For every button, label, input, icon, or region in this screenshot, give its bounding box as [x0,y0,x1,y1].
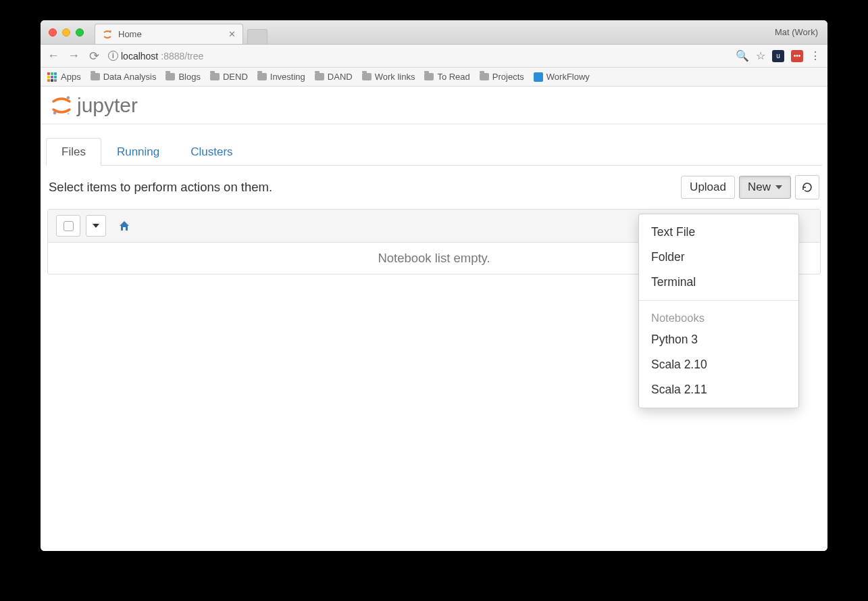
workflowy-icon [534,72,543,82]
svg-point-1 [67,96,70,99]
caret-down-icon [775,185,782,189]
menu-item-kernel[interactable]: Python 3 [639,327,798,352]
folder-icon [257,73,267,80]
folder-icon [424,73,434,80]
menu-item-folder[interactable]: Folder [639,245,798,270]
bookmark-star-icon[interactable]: ☆ [756,49,765,62]
tab-running[interactable]: Running [101,138,175,166]
home-icon [118,220,130,232]
refresh-button[interactable] [795,175,819,199]
maximize-window-button[interactable] [76,28,84,37]
new-dropdown-button[interactable]: New [739,176,791,199]
window-titlebar: Home ✕ Mat (Work) [41,20,827,45]
jupyter-logo-icon [50,94,73,117]
extension-ublock-icon[interactable]: u [772,50,784,62]
browser-window: Home ✕ Mat (Work) ← → ⟳ i localhost:8888… [41,20,827,551]
bookmark-folder[interactable]: Data Analysis [91,72,157,82]
reload-button[interactable]: ⟳ [88,49,100,64]
folder-icon [91,73,100,80]
browser-tab-active[interactable]: Home ✕ [95,24,243,44]
checkbox-icon [63,221,74,231]
url-host: localhost [121,51,158,62]
url-path: :8888/tree [161,51,203,62]
menu-item-kernel[interactable]: Scala 2.10 [639,352,798,377]
menu-header-notebooks: Notebooks [639,306,798,327]
extension-lastpass-icon[interactable]: ••• [791,50,803,62]
close-window-button[interactable] [49,28,57,37]
site-info-icon[interactable]: i [108,51,118,61]
action-hint-text: Select items to perform actions on them. [49,180,272,195]
browser-tab-title: Home [118,29,223,39]
back-button[interactable]: ← [47,49,59,63]
bookmark-folder[interactable]: Blogs [165,72,201,82]
new-tab-button[interactable] [247,29,267,44]
bookmark-folder[interactable]: To Read [424,72,469,82]
apps-label: Apps [61,72,81,82]
svg-point-2 [53,111,57,114]
folder-icon [165,73,175,80]
new-dropdown-menu: Text File Folder Terminal Notebooks Pyth… [638,214,799,408]
zoom-icon[interactable]: 🔍 [736,49,749,62]
browser-tab-strip: Home ✕ [95,20,267,44]
jupyter-tab-row: Files Running Clusters [46,124,822,166]
menu-item-terminal[interactable]: Terminal [639,270,798,295]
tab-clusters[interactable]: Clusters [175,138,248,166]
bookmark-folder[interactable]: DEND [210,72,248,82]
svg-point-3 [68,112,70,114]
apps-grid-icon [47,72,57,82]
traffic-lights [49,28,84,37]
breadcrumb-home[interactable] [118,220,130,232]
refresh-icon [801,181,813,193]
svg-point-0 [109,30,111,32]
address-bar[interactable]: i localhost:8888/tree [108,51,722,62]
forward-button[interactable]: → [68,49,80,63]
folder-icon [315,73,324,80]
caret-down-icon [93,224,99,228]
close-tab-button[interactable]: ✕ [228,29,236,39]
bookmark-folder[interactable]: DAND [315,72,353,82]
menu-item-kernel[interactable]: Scala 2.11 [639,377,798,402]
jupyter-logo-text: jupyter [77,94,138,117]
select-all-checkbox[interactable] [56,215,80,237]
action-toolbar: Select items to perform actions on them.… [46,166,822,206]
folder-icon [480,73,489,80]
upload-button[interactable]: Upload [681,176,735,199]
jupyter-header: jupyter [41,87,827,124]
folder-icon [362,73,372,80]
tab-files[interactable]: Files [46,138,101,166]
menu-item-text-file[interactable]: Text File [639,220,798,245]
folder-icon [210,73,220,80]
menu-divider [639,300,798,301]
jupyter-logo[interactable]: jupyter [50,94,138,117]
page-content: jupyter Files Running Clusters Select it… [41,87,827,551]
browser-menu-button[interactable]: ⋮ [810,49,821,62]
browser-profile-label[interactable]: Mat (Work) [775,27,818,37]
toolbar-right: 🔍 ☆ u ••• ⋮ [736,49,821,62]
minimize-window-button[interactable] [62,28,70,37]
select-dropdown[interactable] [86,215,106,237]
apps-button[interactable]: Apps [47,72,81,82]
jupyter-favicon-icon [102,29,113,40]
bookmark-workflowy[interactable]: WorkFlowy [534,72,590,82]
bookmark-folder[interactable]: Investing [257,72,305,82]
bookmark-bar: Apps Data Analysis Blogs DEND Investing … [41,68,827,87]
browser-toolbar: ← → ⟳ i localhost:8888/tree 🔍 ☆ u ••• ⋮ [41,45,827,68]
bookmark-folder[interactable]: Projects [480,72,524,82]
bookmark-folder[interactable]: Work links [362,72,415,82]
